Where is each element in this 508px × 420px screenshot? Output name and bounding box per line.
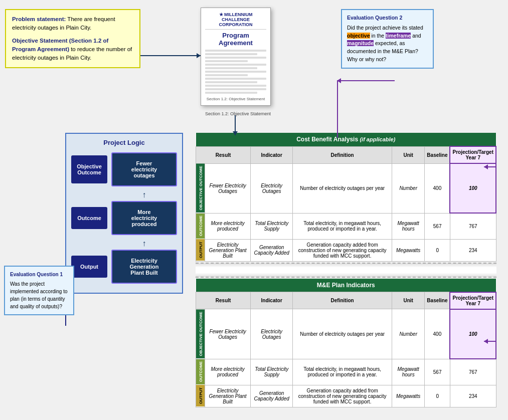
- me-unit-capacity: Megawatts: [392, 385, 425, 407]
- me-indicator-capacity: Generation Capacity Added: [251, 385, 293, 407]
- cba-row-objective-outcome: OBJECTIVE OUTCOME Fewer Electricity Outa…: [196, 163, 496, 213]
- cba-table: Cost Benefit Analysis (if applicable) Re…: [196, 133, 496, 262]
- me-col-baseline: Baseline: [425, 292, 450, 309]
- cba-col-projection: Projection/TargetYear 7: [450, 146, 496, 163]
- pl-arrow-2: ↑: [111, 239, 177, 248]
- pa-line: [205, 67, 257, 69]
- cba-col-unit: Unit: [392, 146, 425, 163]
- cba-indicator-supply: Total Electricity Supply: [251, 213, 293, 239]
- cba-proj-supply: 767: [450, 213, 496, 239]
- cba-result-fewer: Fewer Electricity Outages: [205, 163, 251, 213]
- me-baseline-outages: 400: [425, 309, 450, 359]
- eq2-text-mid1: in the: [370, 33, 386, 39]
- me-section-output: OUTPUT: [196, 385, 205, 407]
- eq2-highlight-timeframe: timeframe: [386, 33, 411, 39]
- main-container: { "problem_box": { "problem_label": "Pro…: [0, 0, 508, 420]
- eq2-highlight-objective: objective: [347, 33, 370, 39]
- pa-line: [205, 53, 257, 55]
- cba-proj-capacity: 234: [450, 239, 496, 261]
- pa-content-lines: [205, 50, 266, 94]
- pa-line: [205, 64, 266, 66]
- me-def-supply: Total electricity, in megawatt hours, pr…: [293, 359, 392, 385]
- cba-baseline-outages: 400: [425, 163, 450, 213]
- pa-line: [205, 71, 266, 73]
- me-proj-supply: 767: [450, 359, 496, 385]
- cba-def-capacity: Generation capacity added from construct…: [293, 239, 392, 261]
- problem-statement-box: Problem statement: There are frequent el…: [5, 9, 140, 68]
- tables-area: Cost Benefit Analysis (if applicable) Re…: [196, 133, 496, 407]
- me-table: M&E Plan Indicators Result Indicator Def…: [196, 279, 496, 407]
- me-header-row: M&E Plan Indicators: [196, 279, 496, 292]
- pa-line: [205, 78, 266, 80]
- section-12-label: Section 1.2: Objective Statement: [202, 111, 274, 116]
- cba-section-output: OUTPUT: [196, 239, 205, 261]
- cba-unit-supply: Megawatt hours: [392, 213, 425, 239]
- eq2-text-mid2: and: [411, 33, 421, 39]
- cba-indicator-outages: Electricity Outages: [251, 163, 293, 213]
- me-indicator-supply: Total Electricity Supply: [251, 359, 293, 385]
- eq2-highlight-magnitude: magnitude: [347, 40, 374, 46]
- eq2-title: Evaluation Question 2: [347, 14, 428, 22]
- me-section-outcome: OUTCOME: [196, 359, 205, 385]
- pl-result-fewer-outages: Fewerelectricityoutages: [111, 152, 177, 186]
- program-agreement-doc: ★ MILLENNIUMCHALLENGE CORPORATION Progra…: [201, 8, 271, 106]
- tear-line: [196, 263, 496, 278]
- pl-result-more-electricity: Moreelectricityproduced: [111, 201, 177, 235]
- pa-line: [205, 92, 257, 94]
- cba-col-result: Result: [196, 146, 251, 163]
- me-col-projection: Projection/TargetYear 7: [450, 292, 496, 309]
- me-indicator-outages: Electricity Outages: [251, 309, 293, 359]
- cba-proj-outages: 100: [450, 163, 496, 213]
- me-result-plant: Electricity Generation Plant Built: [205, 385, 251, 407]
- me-unit-outages: Number: [392, 309, 425, 359]
- pa-line: [205, 81, 257, 83]
- pl-arrow-1: ↑: [111, 190, 177, 199]
- pa-title: Program Agreement: [205, 32, 266, 47]
- cba-indicator-capacity: Generation Capacity Added: [251, 239, 293, 261]
- arrow-doc-down: [235, 115, 236, 135]
- problem-title: Problem statement:: [12, 16, 66, 22]
- me-col-headers: Result Indicator Definition Unit Baselin…: [196, 292, 496, 309]
- pl-label-objective-outcome: ObjectiveOutcome: [71, 155, 107, 183]
- cba-title-suffix: (if applicable): [360, 136, 395, 142]
- arrow-cba-proj: [484, 166, 496, 167]
- pl-result-plant-built: ElectricityGenerationPlant Built: [111, 250, 177, 284]
- objective-statement: Objective Statement (Section 1.2 of Prog…: [12, 37, 133, 63]
- cba-section-outcome: OUTCOME: [196, 213, 205, 239]
- pl-row-output: Output ElectricityGenerationPlant Built: [71, 250, 177, 284]
- cba-result-more: More electricity produced: [205, 213, 251, 239]
- problem-label: Problem statement: There are frequent el…: [12, 15, 133, 33]
- cba-title-cell: Cost Benefit Analysis (if applicable): [196, 133, 496, 146]
- me-proj-capacity: 234: [450, 385, 496, 407]
- project-logic-box: Project Logic ObjectiveOutcome Fewerelec…: [65, 133, 183, 294]
- me-result-more: More electricity produced: [205, 359, 251, 385]
- me-def-outages: Number of electricity outages per year: [293, 309, 392, 359]
- cba-row-output: OUTPUT Electricity Generation Plant Buil…: [196, 239, 496, 261]
- me-col-indicator: Indicator: [251, 292, 293, 309]
- me-row-outcome: OUTCOME More electricity produced Total …: [196, 359, 496, 385]
- cba-def-supply: Total electricity, in megawatt hours, pr…: [293, 213, 392, 239]
- cba-def-outages: Number of electricity outages per year: [293, 163, 392, 213]
- pa-line: [205, 85, 266, 87]
- cba-result-plant: Electricity Generation Plant Built: [205, 239, 251, 261]
- evaluation-question-1-box: Evaluation Question 1 Was the project im…: [4, 266, 74, 315]
- me-result-fewer: Fewer Electricity Outages: [205, 309, 251, 359]
- pl-row-outcome: Outcome Moreelectricityproduced: [71, 201, 177, 235]
- me-col-result: Result: [196, 292, 251, 309]
- cba-col-definition: Definition: [293, 146, 392, 163]
- pa-logo: ★ MILLENNIUMCHALLENGE CORPORATION: [205, 12, 266, 30]
- me-baseline-supply: 567: [425, 359, 450, 385]
- me-title-cell: M&E Plan Indicators: [196, 279, 496, 292]
- pa-line: [205, 50, 266, 52]
- me-proj-outages: 100: [450, 309, 496, 359]
- cba-col-baseline: Baseline: [425, 146, 450, 163]
- pa-line: [205, 57, 266, 59]
- eq1-title: Evaluation Question 1: [10, 271, 68, 278]
- me-row-objective-outcome: OBJECTIVE OUTCOME Fewer Electricity Outa…: [196, 309, 496, 359]
- cba-header-row: Cost Benefit Analysis (if applicable): [196, 133, 496, 146]
- me-unit-supply: Megawatt hours: [392, 359, 425, 385]
- me-baseline-capacity: 0: [425, 385, 450, 407]
- cba-col-indicator: Indicator: [251, 146, 293, 163]
- cba-col-headers: Result Indicator Definition Unit Baselin…: [196, 146, 496, 163]
- pl-label-outcome: Outcome: [71, 207, 107, 229]
